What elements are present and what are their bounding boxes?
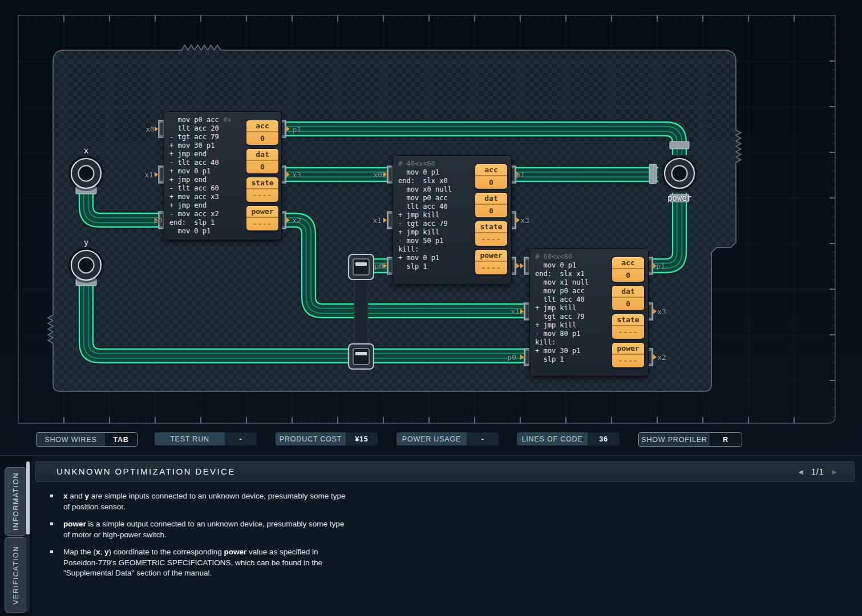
- bullet-marker-icon: [50, 550, 53, 553]
- chip-pin-slot: [526, 305, 529, 318]
- register-value: 0: [246, 132, 278, 144]
- register-dat: dat0: [246, 149, 278, 173]
- pin-label: p0: [153, 216, 163, 225]
- register-dat: dat0: [612, 286, 644, 310]
- chip-pin-slot: [526, 351, 529, 363]
- panel-scrollbar-thumb[interactable]: [26, 461, 30, 534]
- bullet-item: power is a simple output connected to an…: [50, 519, 381, 540]
- chip-pin-slot: [160, 123, 163, 135]
- next-page-icon[interactable]: ▶: [832, 468, 837, 476]
- pin-label: x3: [520, 216, 529, 225]
- output-pad-power-label: power: [667, 193, 691, 202]
- chip-registers: acc0dat0state----power----: [164, 112, 281, 240]
- bullet-item: x and y are simple inputs connected to a…: [50, 491, 381, 512]
- input-pad-y-label: y: [84, 238, 88, 247]
- chip-pin-slot: [649, 351, 651, 363]
- bullet-marker-icon: [50, 522, 53, 525]
- panel-titlebar: UNKNOWN OPTIMIZATION DEVICE ◀ 1/1 ▶: [35, 461, 855, 482]
- pin-label: x2: [657, 353, 666, 362]
- input-pad-x-hole: [79, 166, 94, 181]
- pin-label: x3: [657, 307, 666, 316]
- chip-pin-slot: [389, 214, 392, 226]
- register-name: acc: [246, 120, 278, 132]
- bullet-item: Map the (x, y) coordinate to the corresp…: [50, 547, 381, 579]
- chip-pin-slot: [282, 214, 285, 226]
- register-name: power: [612, 343, 644, 355]
- chip-pin-slot: [526, 260, 529, 272]
- chip-pin-slot: [389, 168, 392, 181]
- test-run-button[interactable]: TEST RUN -: [155, 432, 257, 445]
- microcontroller-chip-2[interactable]: # 40<x<60 mov 0 p1 end: slx x0 mov x0 nu…: [392, 155, 512, 285]
- pin-label: p1: [656, 262, 665, 270]
- register-power: power----: [612, 343, 644, 367]
- pin-label: x0: [373, 171, 382, 179]
- page-count: 1/1: [811, 467, 824, 476]
- pin-label: x0: [145, 125, 155, 133]
- register-power: power----: [475, 250, 507, 274]
- pin-label: x1: [373, 216, 382, 225]
- wire-bridge-clip: [355, 352, 367, 355]
- tab-information[interactable]: INFORMATION: [5, 467, 27, 536]
- pin-label: p0: [507, 353, 516, 362]
- register-name: power: [246, 206, 278, 218]
- pin-label: x1: [144, 171, 153, 179]
- register-name: state: [246, 177, 278, 189]
- register-state: state----: [475, 221, 507, 246]
- pin-label: x3: [292, 171, 301, 179]
- microcontroller-chip-3[interactable]: # 60<x<80 mov 0 p1 end: slx x1 mov x1 nu…: [529, 248, 649, 376]
- microcontroller-chip-1[interactable]: mov p0 acc #x tlt acc 20 - tgt acc 79 + …: [164, 111, 282, 240]
- wire-bridge-cap-inner: [353, 348, 369, 364]
- register-value: ----: [612, 355, 644, 367]
- chip-pin-slot: [160, 168, 163, 181]
- register-dat: dat0: [475, 193, 507, 217]
- prev-page-icon[interactable]: ◀: [799, 468, 803, 476]
- chip-registers: acc0dat0state----power----: [393, 156, 511, 284]
- info-panel: INFORMATION VERIFICATION UNKNOWN OPTIMIZ…: [0, 455, 862, 616]
- register-state: state----: [246, 177, 278, 202]
- register-value: ----: [475, 262, 507, 274]
- shenzhen-io-screen: mov p0 acc #x tlt acc 20 - tgt acc 79 + …: [0, 0, 862, 616]
- product-cost-indicator: PRODUCT COST ¥15: [276, 432, 378, 445]
- wire-bridge-cap-inner: [353, 259, 369, 275]
- register-name: acc: [475, 164, 507, 176]
- show-profiler-button[interactable]: SHOW PROFILER R: [638, 432, 742, 447]
- bullet-marker-icon: [50, 495, 53, 497]
- register-name: dat: [612, 286, 644, 298]
- lines-of-code-indicator: LINES OF CODE 36: [517, 432, 620, 445]
- register-value: ----: [246, 218, 278, 230]
- register-state: state----: [612, 314, 644, 339]
- register-value: ----: [246, 189, 278, 201]
- page-title: UNKNOWN OPTIMIZATION DEVICE: [56, 462, 236, 481]
- chip-pin-slot: [512, 214, 515, 226]
- pad-connector: [649, 164, 657, 184]
- register-name: state: [612, 314, 644, 326]
- input-pad-y-hole: [79, 258, 94, 273]
- register-name: dat: [475, 193, 507, 205]
- pin-label: p0: [374, 262, 383, 270]
- register-name: state: [475, 221, 507, 233]
- pin-label: x1: [511, 307, 520, 316]
- register-acc: acc0: [246, 120, 278, 145]
- show-wires-button[interactable]: SHOW WIRES TAB: [36, 432, 137, 447]
- register-value: 0: [246, 161, 278, 173]
- chip-pin-slot: [389, 260, 392, 272]
- power-usage-indicator: POWER USAGE -: [396, 432, 499, 445]
- register-power: power----: [246, 206, 278, 230]
- chip-pin-slot: [282, 123, 285, 135]
- register-value: ----: [475, 233, 507, 245]
- register-value: 0: [475, 176, 507, 188]
- register-value: 0: [475, 205, 507, 217]
- chip-pin-slot: [649, 305, 651, 318]
- register-acc: acc0: [475, 164, 507, 189]
- register-name: power: [475, 250, 507, 262]
- register-name: dat: [246, 149, 278, 161]
- register-name: acc: [612, 257, 644, 269]
- pin-label: p1: [292, 125, 301, 134]
- pin-label: x2: [292, 216, 301, 225]
- chip-pin-slot: [282, 168, 285, 181]
- output-pad-power-hole: [672, 166, 687, 181]
- pad-connector: [670, 141, 689, 149]
- tab-verification[interactable]: VERIFICATION: [5, 537, 27, 613]
- chip-pin-slot: [512, 168, 515, 181]
- wire-bridge-clip: [355, 262, 367, 266]
